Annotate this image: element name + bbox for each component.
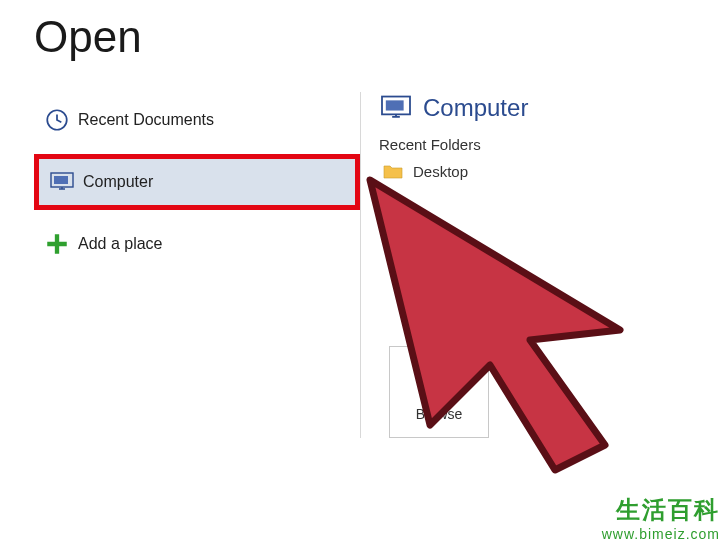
sidebar-item-recent-documents[interactable]: Recent Documents	[34, 92, 360, 148]
svg-rect-2	[54, 176, 68, 184]
computer-icon	[379, 94, 413, 122]
right-panel-title: Computer	[423, 94, 528, 122]
right-panel-header: Computer	[379, 94, 728, 122]
plus-icon	[44, 231, 78, 257]
sidebar-item-label: Add a place	[78, 235, 163, 253]
watermark-chinese: 生活百科	[602, 494, 720, 526]
clock-icon	[44, 107, 78, 133]
sidebar-item-label: Computer	[83, 173, 153, 191]
sidebar-item-label: Recent Documents	[78, 111, 214, 129]
folder-item-label: Desktop	[413, 163, 468, 180]
recent-folders-heading: Recent Folders	[379, 136, 728, 153]
open-sidebar: Recent Documents Computer Add a place	[0, 92, 360, 438]
browse-button[interactable]: Browse	[389, 346, 489, 438]
watermark: 生活百科 www.bimeiz.com	[602, 494, 720, 542]
sidebar-item-computer[interactable]: Computer	[34, 154, 360, 210]
sidebar-item-add-place[interactable]: Add a place	[34, 216, 360, 272]
watermark-url: www.bimeiz.com	[602, 526, 720, 542]
computer-icon	[49, 171, 83, 193]
folder-open-icon	[417, 362, 461, 398]
browse-button-label: Browse	[416, 406, 463, 422]
page-title: Open	[0, 0, 728, 62]
folder-icon	[383, 164, 403, 180]
folder-item-desktop[interactable]: Desktop	[379, 157, 728, 186]
svg-rect-4	[386, 100, 404, 110]
